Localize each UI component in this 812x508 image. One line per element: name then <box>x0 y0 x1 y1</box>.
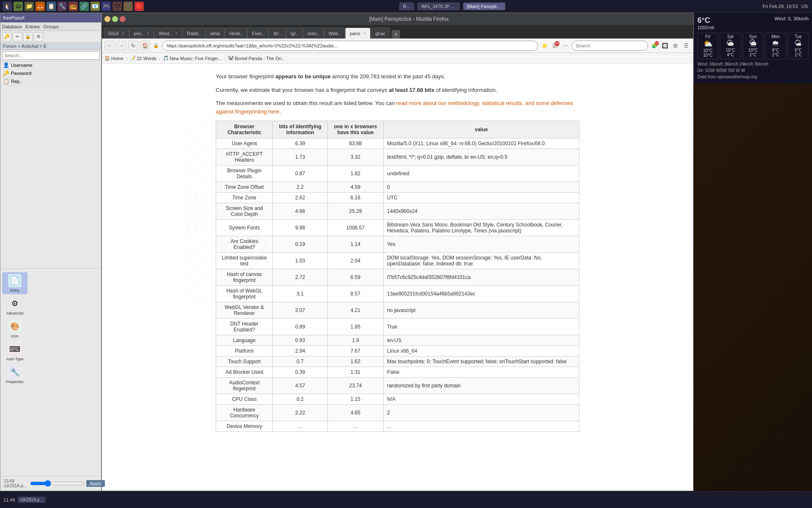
weather-day-sun: Sun 🌦 10°C 2°C <box>743 33 763 59</box>
weather-day-fri: Fri ⛅ 10°C 10°C <box>697 33 718 59</box>
cell-onein: 7.67 <box>327 346 383 356</box>
app-icon-10[interactable]: 🎮 <box>102 2 111 11</box>
table-row: Device Memory ... ... ... <box>216 421 579 432</box>
tab-web[interactable]: Web.. <box>324 28 346 39</box>
keepass-sidebar-entry[interactable]: 📄 Entry <box>2 272 27 294</box>
tab-priv-close[interactable]: × <box>147 31 149 36</box>
keepass-status: 11/49 cdrZ81A.p... <box>2 478 28 489</box>
reload-button[interactable]: ↻ <box>128 41 138 51</box>
new-tab-button[interactable]: + <box>392 30 400 39</box>
tab-noto[interactable]: noto.. <box>303 28 324 39</box>
tab-b[interactable]: /b/.. <box>269 28 285 39</box>
more-icon[interactable]: ⋯ <box>561 41 570 50</box>
keepass-tool-btn-1[interactable]: 🔑 <box>2 32 11 41</box>
grid-icon[interactable]: ⊞ <box>671 41 680 50</box>
cell-bits: 2.22 <box>273 405 327 421</box>
tab-digit[interactable]: DiGit × <box>104 28 129 39</box>
tab-priv[interactable]: priv.. × <box>129 28 154 39</box>
share-icon[interactable]: ⭐ <box>540 41 549 50</box>
tab-pano[interactable]: pano × <box>345 28 370 39</box>
cell-value: True <box>384 319 579 335</box>
tab-pano-close[interactable]: × <box>364 31 366 36</box>
app-icon-11[interactable]: 🛡 <box>112 2 122 11</box>
browser-minimize[interactable] <box>104 16 110 22</box>
bookmark-sep-3: | <box>224 56 225 61</box>
cell-bits: 9.98 <box>273 220 327 236</box>
keepass-tool-btn-2[interactable]: ✏ <box>13 32 22 41</box>
methodology-link[interactable]: read more about our methodology, statist… <box>216 100 573 115</box>
home-button[interactable]: 🏠 <box>140 41 150 51</box>
keepass-entry-password[interactable]: 🔑 Password <box>0 69 101 77</box>
app-icon-9[interactable]: 📧 <box>91 2 100 11</box>
menu-icon[interactable]: ☰ <box>681 41 691 50</box>
keepass-tool-btn-3[interactable]: 🔒 <box>23 32 33 41</box>
tab-wind[interactable]: Wind.. × <box>154 28 182 39</box>
tab-what[interactable]: what <box>206 28 225 39</box>
table-row: WebGL Vendor & Renderer 2.07 4.21 no jav… <box>216 302 579 319</box>
container-icon[interactable]: 🔲 <box>660 41 669 50</box>
app-icon-3[interactable]: 📁 <box>25 2 34 11</box>
weather-detail: Wind: 36km/h 36km/h 24km/h 36km/h Dir: S… <box>697 61 809 80</box>
app-icon-13[interactable]: 🔴 <box>134 2 144 11</box>
browser-content[interactable]: Your browser fingerprint appears to be u… <box>102 64 693 491</box>
taskbar-tab-browser[interactable]: B... <box>399 3 414 10</box>
app-icon-6[interactable]: 🔧 <box>58 2 67 11</box>
cell-onein: 6.59 <box>327 269 383 286</box>
keepass-toolbar: 🔑 ✏ 🔒 ⚙ <box>0 31 101 43</box>
app-icon-1[interactable]: 🐧 <box>3 2 12 11</box>
bookmark-music[interactable]: 🎵 New Music: Five Finger... <box>163 55 222 61</box>
keepass-search <box>0 50 101 61</box>
col-header-char: Browser Characteristic <box>216 121 273 138</box>
keepass-sidebar: 📄 Entry ⚙ Advanced 🎨 Icon ⌨ Auto-Type 🔧 <box>0 269 29 476</box>
keepass-sidebar-advanced[interactable]: ⚙ Advanced <box>2 295 27 317</box>
tab-radd[interactable]: Radd.. <box>182 28 205 39</box>
cell-value: 13ae805231fcd00154a46b5a992143ec <box>384 286 579 302</box>
url-bar[interactable] <box>162 41 538 51</box>
tab-wind-close[interactable]: × <box>175 31 178 36</box>
bookmark-home[interactable]: 🏠 Home <box>104 55 123 61</box>
keepass-entry-rep[interactable]: 📋 Rep.. <box>0 77 101 86</box>
keepass-search-input[interactable] <box>2 51 99 60</box>
extensions-icon[interactable]: 🧩 9+ <box>650 41 659 50</box>
app-icon-2[interactable]: 🗂 <box>14 2 23 11</box>
keepass-menu-database[interactable]: Database <box>2 24 22 29</box>
cell-char: Hardware Concurrency <box>216 405 273 421</box>
news-icon[interactable]: 📰 63 <box>550 41 560 50</box>
cell-value: ... <box>384 421 579 432</box>
keepass-slider[interactable] <box>30 481 85 486</box>
forward-button[interactable]: → <box>116 41 126 51</box>
taskbar-tab-img[interactable]: IMG_3478.JPG × <box>417 3 460 10</box>
cell-char: System Fonts <box>216 220 273 236</box>
cell-bits: 3.1 <box>273 286 327 302</box>
taskbar-tab-pano[interactable]: [Main] Panopticlick - Mozilla Firefox <box>463 3 505 10</box>
tab-g[interactable]: /g/.. <box>286 28 303 39</box>
firefox-icon[interactable]: 🦊 <box>36 2 45 11</box>
keepass-sidebar-autotype[interactable]: ⌨ Auto-Type <box>2 341 27 363</box>
cell-value: randomized by first party domain <box>384 378 579 394</box>
app-icon-12[interactable]: 🎵 <box>123 2 133 11</box>
keepass-sidebar-properties[interactable]: 🔧 Properties <box>2 364 27 386</box>
fingerprint-table: Browser Characteristic bits of identifyi… <box>216 121 579 432</box>
cell-value: 2 <box>384 405 579 421</box>
app-icon-7[interactable]: 📻 <box>69 2 78 11</box>
bookmark-22words[interactable]: 📝 22 Words <box>130 55 156 61</box>
tab-ghac[interactable]: ghac <box>370 28 390 39</box>
tab-free[interactable]: Free.. <box>247 28 269 39</box>
keepass-sidebar-icon[interactable]: 🎨 Icon <box>2 318 27 340</box>
browser-close[interactable] <box>120 16 126 22</box>
browser-maximize[interactable] <box>112 16 118 22</box>
keepass-menu-groups[interactable]: Groups <box>43 24 58 29</box>
keepass-entry-username[interactable]: 👤 Username <box>0 61 101 69</box>
app-icon-5[interactable]: 📋 <box>47 2 56 11</box>
back-button[interactable]: ← <box>104 41 115 51</box>
keepass-menu-entries[interactable]: Entries <box>25 24 40 29</box>
tab-digit-close[interactable]: × <box>122 31 124 36</box>
app-icon-8[interactable]: 🔗 <box>80 2 89 11</box>
keepass-tool-btn-4[interactable]: ⚙ <box>34 32 43 41</box>
search-bar[interactable] <box>572 41 648 51</box>
bookmark-bored[interactable]: 🐼 Bored Panda - The On.. <box>228 55 284 61</box>
keepass-entries-list: 👤 Username 🔑 Password 📋 Rep.. <box>0 61 101 269</box>
news-badge: 63 <box>554 41 560 46</box>
keepass-apply-button[interactable]: Apply <box>86 480 105 487</box>
tab-hook[interactable]: Hook.. <box>225 28 247 39</box>
